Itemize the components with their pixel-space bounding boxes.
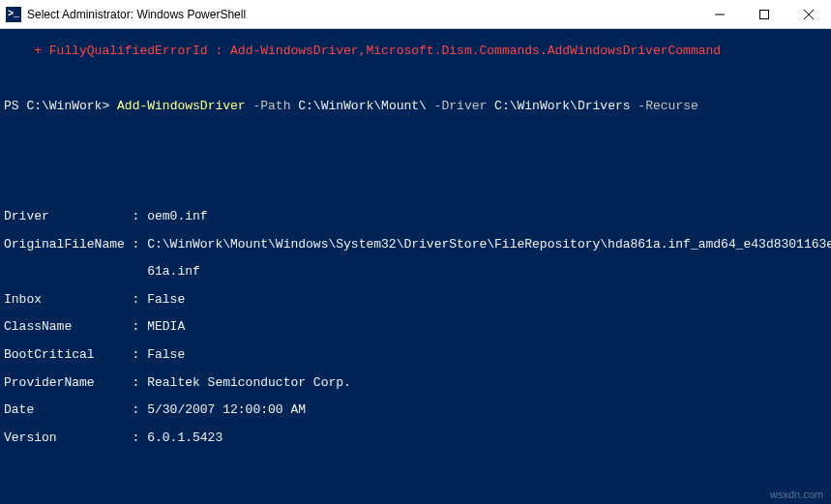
param-driver: -Driver <box>427 99 494 113</box>
window-title: Select Administrator: Windows PowerShell <box>27 8 697 21</box>
svg-rect-1 <box>760 10 769 18</box>
command-line: PS C:\WinWork> Add-WindowsDriver -Path C… <box>4 100 827 113</box>
terminal-area[interactable]: + FullyQualifiedErrorId : Add-WindowsDri… <box>0 29 831 504</box>
row-originalfilename-cont: 61a.inf <box>4 265 827 279</box>
watermark: wsxdn.com <box>770 489 823 500</box>
prompt: PS C:\WinWork> <box>4 99 117 113</box>
param-path: -Path <box>246 99 299 113</box>
error-line: + FullyQualifiedErrorId : Add-WindowsDri… <box>4 44 827 58</box>
arg-driver: C:\WinWork\Drivers <box>494 99 630 113</box>
row-inbox: Inbox: False <box>4 293 827 307</box>
row-version: Version: 6.0.1.5423 <box>4 431 827 445</box>
powershell-icon: >_ <box>6 7 21 22</box>
row-providername: ProviderName: Realtek Semiconductor Corp… <box>4 376 827 390</box>
arg-path: C:\WinWork\Mount\ <box>298 99 427 113</box>
maximize-button[interactable] <box>742 0 786 28</box>
cmdlet: Add-WindowsDriver <box>117 99 246 113</box>
blank-line <box>4 128 827 141</box>
window-controls <box>697 0 831 28</box>
row-bootcritical: BootCritical: False <box>4 348 827 362</box>
title-bar: >_ Select Administrator: Windows PowerSh… <box>0 0 831 29</box>
close-button[interactable] <box>786 0 831 28</box>
minimize-button[interactable] <box>697 0 742 28</box>
blank-line <box>4 155 827 168</box>
blank-line <box>4 473 827 487</box>
row-classname: ClassName: MEDIA <box>4 320 827 334</box>
blank-line <box>4 73 827 86</box>
param-recurse: -Recurse <box>631 99 698 113</box>
output-block-0: Driver: oem0.inf OriginalFileName: C:\Wi… <box>4 196 827 460</box>
row-originalfilename: OriginalFileName: C:\WinWork\Mount\Windo… <box>4 238 827 252</box>
row-date: Date: 5/30/2007 12:00:00 AM <box>4 403 827 417</box>
row-driver: Driver: oem0.inf <box>4 210 827 223</box>
